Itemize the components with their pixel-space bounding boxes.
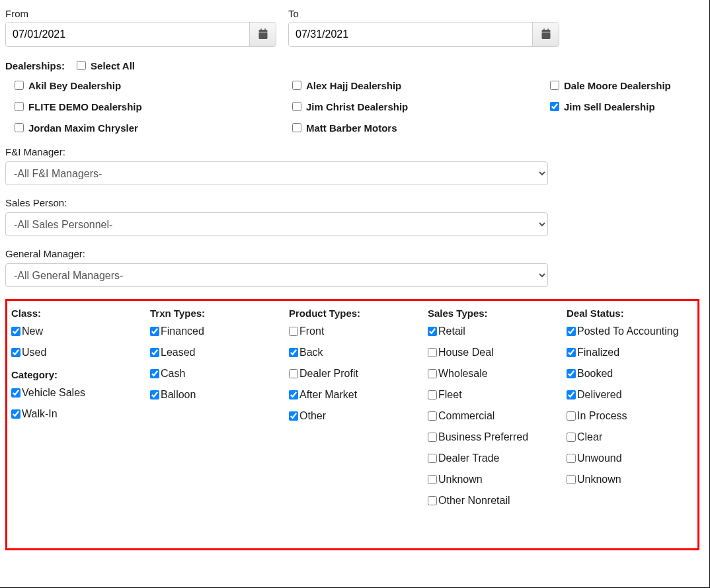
class-item[interactable]: New: [11, 325, 150, 337]
from-date-calendar-button[interactable]: [249, 22, 276, 46]
product-type-checkbox[interactable]: [289, 369, 298, 378]
product-type-label: Back: [299, 347, 323, 358]
dealership-item[interactable]: Alex Hajj Dealership: [283, 79, 541, 92]
dealership-item[interactable]: Jim Sell Dealership: [541, 100, 704, 113]
trxn-type-item[interactable]: Financed: [150, 325, 289, 337]
dealership-item[interactable]: Matt Barber Motors: [283, 121, 541, 134]
product-type-checkbox[interactable]: [289, 327, 298, 336]
deal-status-item[interactable]: Booked: [567, 368, 699, 380]
fi-manager-select[interactable]: -All F&I Managers-: [5, 161, 548, 185]
category-item[interactable]: Vehicle Sales: [11, 387, 150, 399]
trxn-type-checkbox[interactable]: [150, 327, 159, 336]
trxn-type-checkbox[interactable]: [150, 369, 159, 378]
from-date-input[interactable]: [6, 22, 249, 46]
dealership-checkbox[interactable]: [292, 102, 301, 111]
trxn-type-checkbox[interactable]: [150, 348, 159, 357]
deal-status-checkbox[interactable]: [567, 390, 576, 399]
category-checkbox[interactable]: [11, 388, 20, 398]
sales-types-column: Sales Types: RetailHouse DealWholesaleFl…: [428, 308, 567, 542]
class-category-column: Class: NewUsed Category: Vehicle SalesWa…: [11, 308, 150, 542]
select-all-label[interactable]: Select All: [74, 59, 135, 72]
dealership-checkbox[interactable]: [550, 102, 559, 111]
deal-status-checkbox[interactable]: [567, 433, 576, 442]
sales-type-checkbox[interactable]: [428, 433, 437, 442]
deal-status-label: Posted To Accounting: [577, 325, 679, 337]
sales-person-select[interactable]: -All Sales Personnel-: [5, 212, 548, 236]
dealership-checkbox[interactable]: [292, 81, 301, 90]
dealership-item[interactable]: FLITE DEMO Dealership: [5, 100, 283, 113]
class-item[interactable]: Used: [11, 347, 150, 358]
deal-status-item[interactable]: Delivered: [567, 389, 699, 401]
class-checkbox[interactable]: [11, 348, 20, 357]
dealership-item[interactable]: Jim Christ Dealership: [283, 100, 541, 113]
deal-status-checkbox[interactable]: [567, 411, 576, 421]
product-type-item[interactable]: Dealer Profit: [289, 368, 428, 380]
product-type-item[interactable]: Back: [289, 347, 428, 358]
sales-type-checkbox[interactable]: [428, 348, 437, 357]
product-type-checkbox[interactable]: [289, 411, 298, 421]
deal-status-checkbox[interactable]: [567, 348, 576, 357]
deal-status-item[interactable]: Unknown: [567, 474, 699, 485]
to-date-input[interactable]: [289, 22, 532, 46]
sales-type-item[interactable]: Fleet: [428, 389, 567, 401]
general-manager-select[interactable]: -All General Managers-: [5, 263, 548, 287]
sales-type-checkbox[interactable]: [428, 475, 437, 484]
deal-status-item[interactable]: Unwound: [567, 452, 699, 464]
product-type-item[interactable]: After Market: [289, 389, 428, 401]
class-checkbox[interactable]: [11, 327, 20, 336]
product-type-item[interactable]: Other: [289, 410, 428, 422]
trxn-type-item[interactable]: Cash: [150, 368, 289, 380]
sales-type-item[interactable]: Retail: [428, 325, 567, 337]
sales-type-item[interactable]: Business Preferred: [428, 431, 567, 443]
sales-type-checkbox[interactable]: [428, 454, 437, 463]
category-checkbox[interactable]: [11, 409, 20, 419]
deal-status-label: Finalized: [577, 347, 619, 358]
deal-status-checkbox[interactable]: [567, 454, 576, 463]
dealership-item[interactable]: Jordan Maxim Chrysler: [5, 121, 283, 134]
product-type-checkbox[interactable]: [289, 348, 298, 357]
deal-status-item[interactable]: In Process: [567, 410, 699, 422]
dealership-checkbox[interactable]: [15, 81, 24, 90]
trxn-types-column: Trxn Types: FinancedLeasedCashBalloon: [150, 308, 289, 542]
trxn-type-item[interactable]: Balloon: [150, 389, 289, 401]
dealership-label: Jordan Maxim Chrysler: [28, 122, 138, 134]
deal-status-item[interactable]: Clear: [567, 431, 699, 443]
deal-status-heading: Deal Status:: [567, 308, 699, 319]
dealership-checkbox[interactable]: [550, 81, 559, 90]
deal-status-checkbox[interactable]: [567, 369, 576, 378]
trxn-type-checkbox[interactable]: [150, 390, 159, 399]
dealership-item[interactable]: Dale Moore Dealership: [541, 79, 704, 92]
dealership-item[interactable]: Akil Bey Dealership: [5, 79, 283, 92]
dealership-label: Akil Bey Dealership: [28, 80, 121, 91]
sales-type-label: Business Preferred: [438, 431, 528, 443]
sales-type-item[interactable]: Wholesale: [428, 368, 567, 380]
deal-status-checkbox[interactable]: [567, 327, 576, 336]
trxn-type-item[interactable]: Leased: [150, 347, 289, 358]
deal-status-item[interactable]: Posted To Accounting: [567, 325, 699, 337]
sales-type-item[interactable]: House Deal: [428, 347, 567, 358]
filters-box: Class: NewUsed Category: Vehicle SalesWa…: [5, 299, 699, 550]
category-item[interactable]: Walk-In: [11, 408, 150, 420]
sales-type-item[interactable]: Dealer Trade: [428, 452, 567, 464]
dealership-checkbox[interactable]: [15, 102, 24, 111]
deal-status-checkbox[interactable]: [567, 475, 576, 484]
deal-status-item[interactable]: Finalized: [567, 347, 699, 358]
product-type-item[interactable]: Front: [289, 325, 428, 337]
class-list: NewUsed: [11, 325, 150, 358]
select-all-checkbox[interactable]: [77, 61, 86, 70]
sales-type-item[interactable]: Other Nonretail: [428, 495, 567, 507]
dealership-checkbox[interactable]: [15, 123, 24, 132]
sales-type-item[interactable]: Unknown: [428, 474, 567, 485]
sales-type-label: Fleet: [438, 389, 462, 401]
sales-type-checkbox[interactable]: [428, 496, 437, 505]
product-type-checkbox[interactable]: [289, 390, 298, 399]
sales-type-checkbox[interactable]: [428, 390, 437, 399]
sales-type-checkbox[interactable]: [428, 411, 437, 421]
sales-type-checkbox[interactable]: [428, 369, 437, 378]
sales-type-checkbox[interactable]: [428, 327, 437, 336]
dealership-checkbox[interactable]: [292, 123, 301, 132]
sales-type-item[interactable]: Commercial: [428, 410, 567, 422]
deal-status-label: Unknown: [577, 474, 621, 485]
to-date-calendar-button[interactable]: [532, 22, 559, 46]
dealerships-block: Dealerships: Select All Akil Bey Dealers…: [5, 59, 704, 134]
